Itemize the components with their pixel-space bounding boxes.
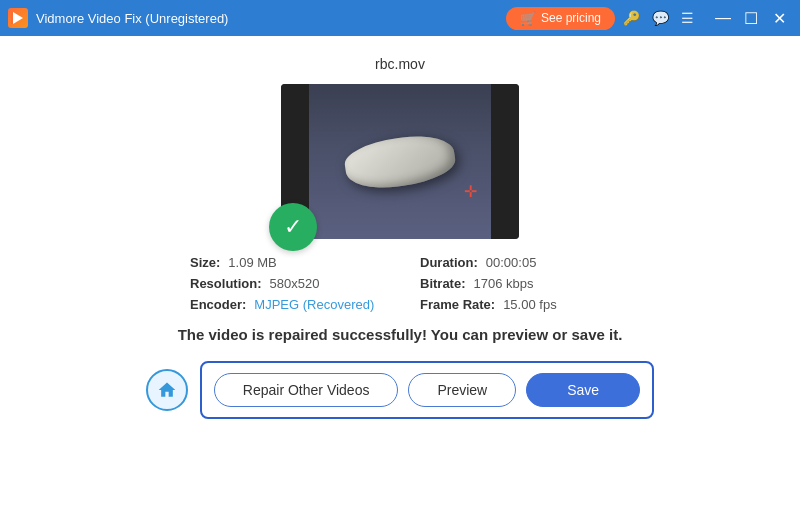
size-value: 1.09 MB: [228, 255, 276, 270]
info-row-bitrate: Bitrate: 1706 kbps: [420, 276, 610, 291]
minimize-button[interactable]: —: [710, 5, 736, 31]
pricing-button[interactable]: 🛒 See pricing: [506, 7, 615, 30]
encoder-label: Encoder:: [190, 297, 246, 312]
main-content: rbc.mov ✛ ✓ Size: 1.09 MB Duration: 00:0…: [0, 36, 800, 519]
success-badge: ✓: [269, 203, 317, 251]
pricing-label: See pricing: [541, 11, 601, 25]
success-message: The video is repaired successfully! You …: [178, 326, 623, 343]
info-row-size: Size: 1.09 MB: [190, 255, 380, 270]
bitrate-value: 1706 kbps: [474, 276, 534, 291]
chat-button[interactable]: 💬: [648, 6, 673, 30]
save-button[interactable]: Save: [526, 373, 640, 407]
video-thumbnail: ✛: [281, 84, 519, 239]
video-filename: rbc.mov: [375, 56, 425, 72]
home-button[interactable]: [146, 369, 188, 411]
menu-button[interactable]: ☰: [677, 6, 698, 30]
cart-icon: 🛒: [520, 11, 536, 26]
encoder-value: MJPEG (Recovered): [254, 297, 374, 312]
info-row-resolution: Resolution: 580x520: [190, 276, 380, 291]
close-button[interactable]: ✕: [766, 5, 792, 31]
size-label: Size:: [190, 255, 220, 270]
resolution-value: 580x520: [270, 276, 320, 291]
svg-marker-0: [13, 12, 23, 24]
info-row-duration: Duration: 00:00:05: [420, 255, 610, 270]
duration-value: 00:00:05: [486, 255, 537, 270]
resolution-label: Resolution:: [190, 276, 262, 291]
framerate-label: Frame Rate:: [420, 297, 495, 312]
maximize-button[interactable]: ☐: [738, 5, 764, 31]
video-preview-shape: [342, 130, 458, 193]
action-area: Repair Other Videos Preview Save: [20, 361, 780, 419]
bitrate-label: Bitrate:: [420, 276, 466, 291]
title-bar-right: 🛒 See pricing 🔑 💬 ☰ — ☐ ✕: [506, 5, 792, 31]
crosshair-marker: ✛: [464, 182, 477, 201]
title-bar-left: Vidmore Video Fix (Unregistered): [8, 8, 228, 28]
key-button[interactable]: 🔑: [619, 6, 644, 30]
svg-rect-1: [11, 12, 13, 24]
window-controls: — ☐ ✕: [710, 5, 792, 31]
duration-label: Duration:: [420, 255, 478, 270]
app-icon: [8, 8, 28, 28]
framerate-value: 15.00 fps: [503, 297, 557, 312]
repair-other-videos-button[interactable]: Repair Other Videos: [214, 373, 399, 407]
action-buttons-container: Repair Other Videos Preview Save: [200, 361, 654, 419]
title-bar: Vidmore Video Fix (Unregistered) 🛒 See p…: [0, 0, 800, 36]
app-title: Vidmore Video Fix (Unregistered): [36, 11, 228, 26]
preview-button[interactable]: Preview: [408, 373, 516, 407]
video-info-grid: Size: 1.09 MB Duration: 00:00:05 Resolut…: [190, 255, 610, 312]
info-row-framerate: Frame Rate: 15.00 fps: [420, 297, 610, 312]
info-row-encoder: Encoder: MJPEG (Recovered): [190, 297, 380, 312]
video-thumbnail-wrapper: ✛ ✓: [281, 84, 519, 239]
